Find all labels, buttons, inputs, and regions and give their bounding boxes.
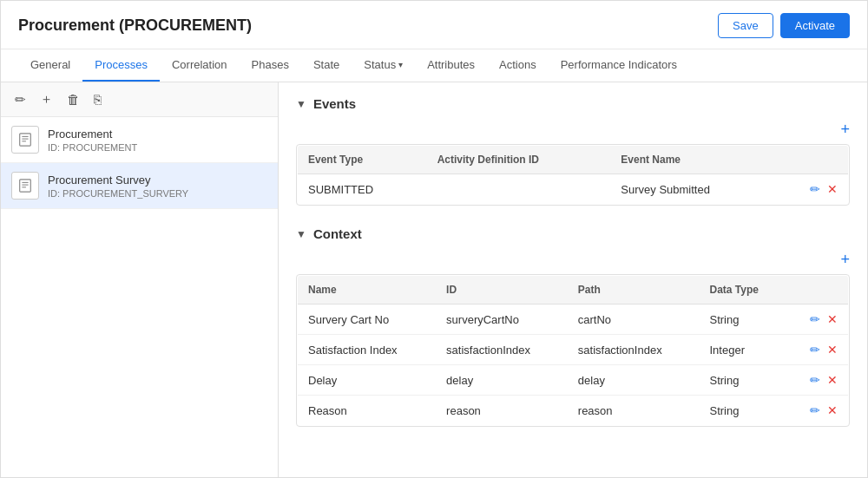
sidebar-item-procurement-text: Procurement ID: PROCUREMENT: [48, 128, 137, 153]
context-table-row: Reason reason reason String: [298, 396, 849, 426]
context-row-name-1: Satisfaction Index: [298, 335, 437, 365]
header: Procurement (PROCUREMENT) Save Activate: [1, 1, 867, 49]
events-add-row: +: [296, 121, 850, 137]
events-section-header: ▼ Events: [296, 96, 850, 111]
copy-toolbar-icon[interactable]: ⎘: [90, 90, 105, 108]
context-row-actions-2: [787, 365, 849, 396]
context-col-id: ID: [436, 276, 568, 304]
context-row-path-1: satisfactionIndex: [568, 335, 700, 365]
context-delete-icon-1[interactable]: [827, 343, 838, 357]
sidebar-item-procurement-id: ID: PROCUREMENT: [48, 142, 137, 153]
events-row-actions: [775, 174, 849, 205]
context-delete-icon-3[interactable]: [827, 403, 838, 417]
tabs-bar: General Processes Correlation Phases Sta…: [1, 49, 867, 82]
events-section-title: Events: [313, 96, 356, 111]
delete-toolbar-icon[interactable]: 🗑: [63, 90, 83, 108]
context-col-actions: [787, 276, 849, 304]
context-col-path: Path: [568, 276, 700, 304]
tab-correlation[interactable]: Correlation: [160, 49, 240, 82]
edit-toolbar-icon[interactable]: ✏: [11, 90, 30, 109]
context-section-header: ▼ Context: [296, 226, 850, 241]
context-table-row: Survery Cart No surveryCartNo cartNo Str…: [298, 304, 849, 335]
events-table-wrapper: Event Type Activity Definition ID Event …: [296, 144, 850, 206]
events-col-activity-def-id: Activity Definition ID: [427, 146, 611, 174]
events-section: ▼ Events + Event Type Activity Definitio…: [296, 96, 850, 206]
context-row-name-0: Survery Cart No: [298, 304, 437, 335]
sidebar-item-procurement-survey[interactable]: Procurement Survey ID: PROCUREMENT_SURVE…: [1, 163, 278, 209]
context-row-name-3: Reason: [298, 396, 437, 426]
add-toolbar-icon[interactable]: ＋: [36, 89, 56, 109]
context-edit-icon-3[interactable]: [810, 403, 820, 417]
sidebar-item-survey-id: ID: PROCUREMENT_SURVERY: [48, 188, 188, 199]
events-edit-icon[interactable]: [810, 182, 820, 196]
context-table-row: Delay delay delay String: [298, 365, 849, 396]
context-row-actions-1: [787, 335, 849, 365]
events-col-event-name: Event Name: [610, 146, 775, 174]
context-add-row: +: [296, 252, 850, 267]
context-row-data-type-1: Integer: [700, 335, 787, 365]
sidebar: ✏ ＋ 🗑 ⎘ Proc: [1, 82, 279, 477]
events-table-row: SUBMITTED Survey Submitted: [298, 174, 849, 205]
tab-processes[interactable]: Processes: [82, 49, 160, 82]
context-delete-icon-2[interactable]: [827, 373, 838, 387]
tab-performance-indicators[interactable]: Performance Indicators: [549, 49, 689, 82]
events-col-actions: [775, 146, 849, 174]
events-row-activity-def-id: [427, 174, 611, 205]
main-content: ✏ ＋ 🗑 ⎘ Proc: [1, 82, 867, 477]
tab-general[interactable]: General: [18, 49, 82, 82]
events-col-event-type: Event Type: [298, 146, 427, 174]
context-delete-icon-0[interactable]: [827, 312, 838, 326]
context-row-data-type-3: String: [700, 396, 787, 426]
events-row-event-name: Survey Submitted: [610, 174, 775, 205]
context-row-actions-3: [787, 396, 849, 426]
context-table: Name ID Path Data Type Survery Cart No s…: [297, 275, 849, 426]
sidebar-item-survey-text: Procurement Survey ID: PROCUREMENT_SURVE…: [48, 174, 188, 199]
context-section: ▼ Context + Name ID Path Data Type: [296, 226, 850, 427]
status-dropdown-icon: ▾: [398, 60, 403, 69]
context-col-name: Name: [298, 276, 437, 304]
tab-state[interactable]: State: [301, 49, 352, 82]
sidebar-item-procurement-icon: [11, 126, 39, 154]
context-row-path-2: delay: [568, 365, 700, 396]
context-row-data-type-2: String: [700, 365, 787, 396]
events-collapse-icon[interactable]: ▼: [296, 98, 306, 110]
context-row-actions-0: [787, 304, 849, 335]
sidebar-item-survey-icon: [11, 172, 39, 200]
context-row-id-2: delay: [436, 365, 568, 396]
context-edit-icon-0[interactable]: [810, 312, 820, 326]
sidebar-items: Procurement ID: PROCUREMENT: [1, 117, 278, 477]
events-table: Event Type Activity Definition ID Event …: [297, 145, 849, 205]
tab-phases[interactable]: Phases: [240, 49, 301, 82]
svg-rect-4: [20, 180, 31, 192]
sidebar-item-procurement[interactable]: Procurement ID: PROCUREMENT: [1, 117, 278, 163]
events-add-button[interactable]: +: [840, 121, 850, 137]
context-row-path-3: reason: [568, 396, 700, 426]
events-table-header-row: Event Type Activity Definition ID Event …: [298, 146, 849, 174]
context-add-button[interactable]: +: [840, 252, 850, 267]
header-buttons: Save Activate: [718, 13, 850, 38]
tab-actions[interactable]: Actions: [487, 49, 549, 82]
tab-status[interactable]: Status ▾: [352, 49, 415, 82]
context-table-header-row: Name ID Path Data Type: [298, 276, 849, 304]
sidebar-toolbar: ✏ ＋ 🗑 ⎘: [1, 82, 278, 117]
context-edit-icon-2[interactable]: [810, 373, 820, 387]
context-row-name-2: Delay: [298, 365, 437, 396]
context-row-id-0: surveryCartNo: [436, 304, 568, 335]
page-title: Procurement (PROCUREMENT): [18, 16, 252, 35]
save-button[interactable]: Save: [718, 13, 773, 38]
activate-button[interactable]: Activate: [780, 13, 850, 38]
context-row-id-3: reason: [436, 396, 568, 426]
right-panel: ▼ Events + Event Type Activity Definitio…: [279, 82, 867, 477]
context-row-data-type-0: String: [700, 304, 787, 335]
context-table-wrapper: Name ID Path Data Type Survery Cart No s…: [296, 274, 850, 427]
context-collapse-icon[interactable]: ▼: [296, 228, 306, 240]
context-edit-icon-1[interactable]: [810, 343, 820, 357]
context-row-id-1: satisfactionIndex: [436, 335, 568, 365]
tab-attributes[interactable]: Attributes: [415, 49, 487, 82]
events-row-event-type: SUBMITTED: [298, 174, 427, 205]
events-delete-icon[interactable]: [827, 182, 838, 196]
sidebar-item-survey-name: Procurement Survey: [48, 174, 188, 187]
sidebar-item-procurement-name: Procurement: [48, 128, 137, 141]
context-section-title: Context: [313, 226, 362, 241]
context-table-row: Satisfaction Index satisfactionIndex sat…: [298, 335, 849, 365]
